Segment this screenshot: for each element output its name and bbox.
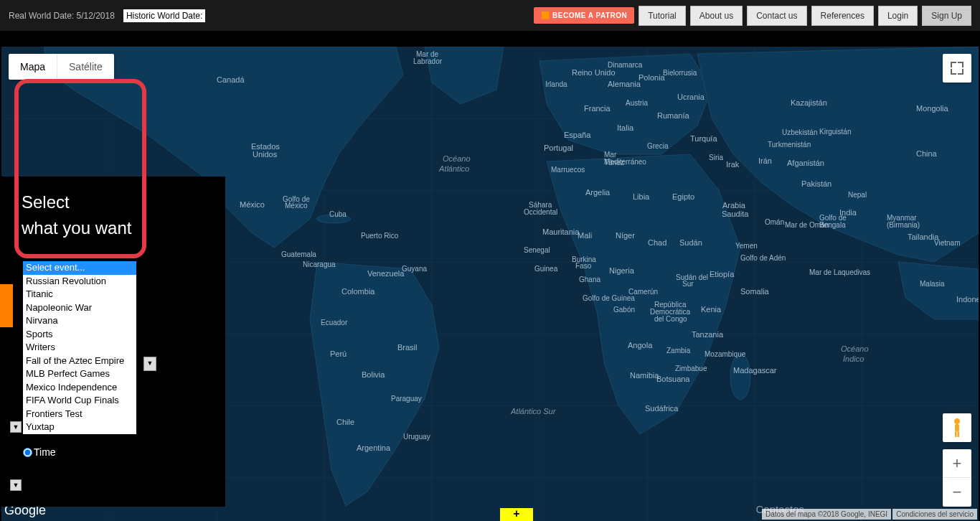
time-radio-label: Time	[34, 446, 56, 458]
event-option[interactable]: Mexico Independence	[23, 381, 136, 395]
map-type-control: Mapa Satélite	[9, 54, 114, 80]
side-panel: Select what you want Select event...Russ…	[0, 177, 225, 507]
event-option[interactable]: Sports	[23, 328, 136, 342]
svg-text:Grecia: Grecia	[647, 142, 669, 150]
svg-text:Sudáfrica: Sudáfrica	[645, 404, 679, 413]
svg-text:Afganistán: Afganistán	[787, 159, 824, 167]
svg-text:Océano: Océano	[443, 154, 471, 163]
event-option[interactable]: Select event...	[23, 261, 136, 275]
svg-text:Faso: Faso	[575, 262, 592, 270]
svg-text:Brasil: Brasil	[397, 343, 418, 352]
svg-text:Uzbekistán: Uzbekistán	[782, 128, 817, 136]
event-option[interactable]: Titanic	[23, 288, 136, 301]
fullscreen-icon	[951, 62, 963, 75]
svg-text:Océano: Océano	[841, 344, 869, 353]
svg-text:Labrador: Labrador	[413, 57, 443, 65]
svg-text:Mozambique: Mozambique	[705, 350, 746, 358]
svg-text:Namibia: Namibia	[630, 371, 659, 380]
svg-text:Tanzania: Tanzania	[692, 330, 724, 339]
svg-text:Sudán: Sudán	[679, 238, 702, 247]
nav-contact[interactable]: Contact us	[747, 6, 806, 26]
svg-text:Bolivia: Bolivia	[362, 370, 385, 379]
svg-text:Botsuana: Botsuana	[656, 375, 690, 383]
svg-text:Nicaragua: Nicaragua	[303, 260, 336, 268]
svg-text:Cuba: Cuba	[329, 210, 347, 218]
svg-text:Golfo de Adén: Golfo de Adén	[740, 254, 786, 262]
svg-text:Vietnam: Vietnam	[934, 239, 961, 247]
svg-text:Mar de Laquedivas: Mar de Laquedivas	[809, 268, 870, 276]
map-type-satellite[interactable]: Satélite	[57, 54, 114, 80]
svg-text:Níger: Níger	[616, 231, 635, 240]
svg-text:Somalia: Somalia	[740, 287, 770, 296]
panel-orange-tab[interactable]	[0, 284, 13, 327]
streetview-pegman[interactable]	[943, 413, 971, 442]
zoom-control: + −	[943, 449, 971, 507]
svg-text:Nigeria: Nigeria	[609, 266, 635, 275]
event-dropdown-list[interactable]: Select event...Russian RevolutionTitanic…	[23, 261, 136, 434]
svg-text:China: China	[916, 149, 938, 158]
svg-text:Irlanda: Irlanda	[545, 80, 567, 88]
svg-text:Siria: Siria	[709, 154, 723, 161]
svg-text:Madagascar: Madagascar	[733, 366, 777, 375]
svg-text:Ghana: Ghana	[579, 276, 600, 283]
panel-title: Select what you want	[0, 177, 225, 241]
event-option[interactable]: FIFA World Cup Finals	[23, 394, 136, 408]
svg-text:Perú: Perú	[330, 349, 347, 358]
event-option[interactable]: Russian Revolution	[23, 275, 136, 288]
top-bar: Real World Date: 5/12/2018 Historic Worl…	[0, 0, 980, 32]
svg-text:Mongolia: Mongolia	[916, 104, 949, 113]
map-type-map[interactable]: Mapa	[9, 54, 57, 80]
terms-link[interactable]: Condiciones del servicio	[892, 509, 977, 520]
event-option[interactable]: Napoleonic War	[23, 301, 136, 315]
svg-text:Etiopía: Etiopía	[710, 270, 735, 278]
time-radio-input[interactable]	[23, 448, 32, 457]
svg-text:Kirguistán: Kirguistán	[819, 128, 851, 136]
become-patron-button[interactable]: 🟧 BECOME A PATRON	[534, 7, 634, 24]
svg-text:Argentina: Argentina	[357, 443, 391, 452]
event-option[interactable]: Fall of the Aztec Empire	[23, 355, 136, 368]
svg-text:Irán: Irán	[758, 156, 772, 165]
svg-text:Chile: Chile	[336, 418, 354, 426]
svg-text:Irak: Irak	[726, 160, 740, 169]
svg-text:Unidos: Unidos	[253, 150, 278, 159]
map-attribution: Datos del mapa ©2018 Google, INEGI Condi…	[762, 509, 977, 520]
bottom-plus-button[interactable]: +	[500, 508, 533, 521]
event-option[interactable]: Frontiers Test	[23, 408, 136, 421]
svg-text:Ecuador: Ecuador	[321, 319, 348, 327]
svg-text:Mali: Mali	[578, 231, 592, 240]
real-world-date: Real World Date: 5/12/2018	[9, 11, 115, 21]
svg-text:Bielorrusia: Bielorrusia	[663, 69, 697, 77]
svg-text:Nepal: Nepal	[848, 191, 867, 199]
event-option[interactable]: MLB Perfect Games	[23, 367, 136, 381]
svg-text:Zimbabue: Zimbabue	[675, 365, 707, 372]
nav-login[interactable]: Login	[878, 6, 918, 26]
time-radio[interactable]: Time	[23, 446, 56, 458]
nav-references[interactable]: References	[811, 6, 874, 26]
svg-text:Sur: Sur	[682, 280, 694, 288]
svg-text:Polonia: Polonia	[639, 73, 666, 82]
event-option[interactable]: Writers	[23, 341, 136, 355]
nav-tutorial[interactable]: Tutorial	[639, 6, 686, 26]
fullscreen-button[interactable]	[943, 54, 971, 83]
svg-text:México: México	[285, 202, 308, 210]
svg-text:Saudita: Saudita	[722, 210, 749, 218]
event-option[interactable]: Yuxtap	[23, 421, 136, 434]
nav-signup[interactable]: Sign Up	[922, 6, 971, 26]
zoom-in-button[interactable]: +	[943, 449, 971, 478]
svg-text:Occidental: Occidental	[524, 208, 557, 216]
svg-text:Ucrania: Ucrania	[677, 93, 705, 101]
svg-text:Guyana: Guyana	[402, 265, 427, 273]
svg-text:Rumanía: Rumanía	[657, 111, 690, 120]
svg-text:Zambia: Zambia	[666, 347, 691, 355]
svg-rect-131	[958, 431, 960, 437]
svg-text:(Birmania): (Birmania)	[887, 221, 920, 229]
svg-text:Chad: Chad	[648, 238, 666, 247]
event-option[interactable]: Nirvana	[23, 314, 136, 328]
secondary-dropdown-arrow[interactable]: ▼	[143, 357, 156, 371]
svg-text:Puerto Rico: Puerto Rico	[361, 232, 399, 240]
svg-text:del Congo: del Congo	[654, 315, 687, 323]
nav-about[interactable]: About us	[690, 6, 743, 26]
svg-text:Angola: Angola	[628, 341, 653, 349]
zoom-out-button[interactable]: −	[943, 478, 971, 507]
svg-text:España: España	[564, 131, 591, 139]
